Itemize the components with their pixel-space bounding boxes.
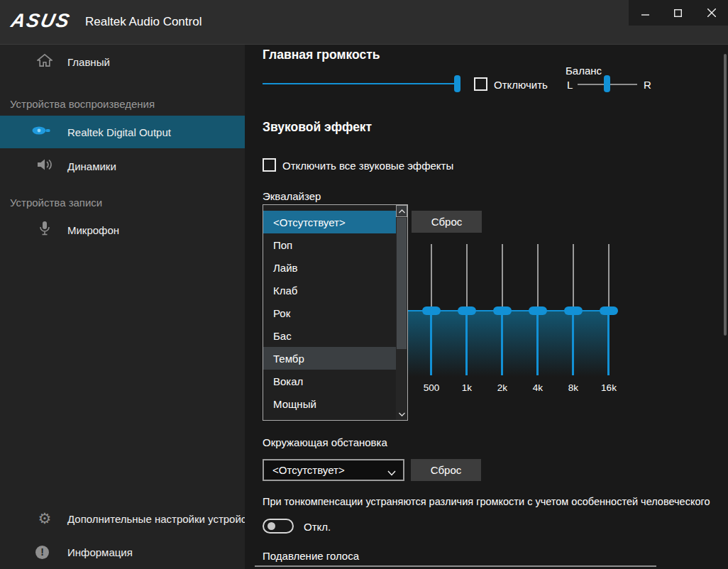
eq-band-label: 8k [556, 382, 591, 393]
section-divider [255, 565, 656, 567]
disable-all-effects-checkbox[interactable] [263, 158, 276, 172]
eq-band-label: 1k [449, 382, 485, 393]
loudness-toggle-label: Откл. [304, 521, 331, 533]
dropdown-scrollbar[interactable] [396, 205, 407, 420]
sidebar-item-microphone[interactable]: Микрофон [0, 217, 245, 243]
dropdown-item-club[interactable]: Клаб [263, 279, 396, 302]
eq-band-track [537, 244, 539, 308]
dropdown-item-none[interactable]: <Отсутствует> [263, 211, 396, 233]
eq-band-thumb-4k[interactable] [529, 306, 547, 315]
eq-band-label: 4k [520, 382, 556, 393]
eq-band-track-active [465, 315, 468, 375]
eq-band-thumb-1k[interactable] [458, 306, 476, 315]
dropdown-item-bass[interactable]: Бас [263, 324, 396, 347]
chevron-up-icon [399, 209, 405, 214]
loudness-description: При тонкомпенсации устраняются различия … [263, 496, 728, 507]
eq-band-thumb-500[interactable] [422, 306, 441, 315]
dropdown-scrollbar-thumb[interactable] [397, 218, 407, 349]
eq-band-track-active [430, 315, 432, 375]
eq-band-thumb-8k[interactable] [564, 306, 583, 315]
sidebar: Главный Устройства воспроизведения Realt… [0, 44, 245, 569]
window-controls [629, 0, 728, 26]
realtek-audio-control-window: ASUS Realtek Audio Control Главный Устро… [0, 0, 728, 569]
eq-band-label: 500 [414, 382, 449, 393]
chevron-down-icon [399, 412, 405, 416]
minimize-icon [641, 9, 649, 17]
info-icon: ! [35, 546, 54, 559]
eq-band-track [573, 244, 574, 308]
eq-band-thumb-2k[interactable] [493, 306, 512, 315]
eq-band-track [608, 244, 610, 308]
equalizer-fill-area [403, 311, 609, 377]
close-button[interactable] [700, 3, 724, 23]
eq-band-track-active [572, 315, 574, 375]
eq-band-track-active [536, 315, 539, 375]
scroll-down-button[interactable] [396, 408, 407, 420]
recording-devices-header: Устройства записи [10, 197, 102, 209]
eq-band-track-active [607, 315, 610, 375]
loudness-toggle[interactable] [263, 519, 294, 534]
sound-effect-title: Звуковой эффект [263, 120, 372, 135]
sidebar-item-label: Динамики [67, 160, 116, 172]
maximize-icon [674, 9, 682, 17]
environment-reset-button[interactable]: Сброс [411, 459, 481, 481]
dropdown-item-treble[interactable]: Тембр [263, 347, 396, 370]
mute-checkbox[interactable] [474, 77, 487, 91]
eq-band-label: 16k [591, 382, 627, 393]
sidebar-item-home[interactable]: Главный [0, 49, 245, 74]
minimize-button[interactable] [633, 3, 657, 23]
main-content: Главная громкость Отключить Баланс L R З… [245, 44, 728, 569]
master-volume-slider[interactable] [263, 83, 460, 84]
environment-combobox[interactable]: <Отсутствует> [263, 459, 404, 481]
sidebar-item-label: Главный [67, 56, 110, 68]
playback-devices-header: Устройства воспроизведения [10, 98, 155, 110]
sidebar-item-label: Дополнительные настройки устройства [67, 513, 263, 525]
sidebar-item-advanced-settings[interactable]: ⚙ Дополнительные настройки устройства [0, 506, 245, 531]
equalizer-reset-button[interactable]: Сброс [412, 211, 482, 233]
sidebar-item-label: Информация [67, 546, 133, 558]
disable-all-effects-label: Отключить все звуковые эффекты [282, 160, 453, 172]
eq-band-track [431, 244, 432, 308]
home-icon [35, 53, 54, 70]
dropdown-item-powerful[interactable]: Мощный [263, 392, 396, 415]
master-volume-slider-thumb[interactable] [454, 75, 460, 92]
asus-logo: ASUS [9, 10, 73, 32]
digital-output-icon [31, 125, 50, 139]
app-title: Realtek Audio Control [85, 15, 202, 29]
mute-label: Отключить [494, 79, 548, 91]
titlebar: ASUS Realtek Audio Control [0, 0, 728, 44]
eq-band-label: 2k [485, 382, 520, 393]
chevron-down-icon [387, 466, 396, 479]
sidebar-item-label: Микрофон [67, 224, 119, 236]
balance-right-label: R [644, 79, 651, 91]
environment-label: Окружающая обстановка [263, 436, 387, 448]
equalizer-label: Эквалайзер [263, 190, 321, 202]
sidebar-item-speakers[interactable]: Динамики [0, 153, 245, 179]
eq-band-track [466, 244, 468, 308]
eq-band-track [502, 244, 503, 308]
loudness-toggle-knob [268, 522, 275, 530]
dropdown-item-live[interactable]: Лайв [263, 256, 396, 279]
content-scrollbar-thumb[interactable] [724, 54, 727, 336]
speaker-icon [35, 158, 54, 175]
balance-slider-thumb[interactable] [604, 75, 610, 92]
sidebar-item-realtek-digital-output[interactable]: Realtek Digital Output [0, 116, 245, 148]
sidebar-item-label: Realtek Digital Output [67, 126, 171, 138]
environment-combobox-value: <Отсутствует> [272, 464, 345, 476]
scroll-up-button[interactable] [396, 205, 407, 217]
dropdown-item-vocal[interactable]: Вокал [263, 370, 396, 392]
dropdown-item-rock[interactable]: Рок [263, 302, 396, 324]
close-icon [707, 9, 716, 17]
equalizer-preset-dropdown: <Отсутствует> Поп Лайв Клаб Рок Бас Темб… [263, 204, 408, 421]
maximize-button[interactable] [666, 3, 690, 23]
gear-icon: ⚙ [35, 510, 54, 527]
eq-band-track-active [501, 315, 503, 375]
master-volume-title: Главная громкость [263, 48, 380, 62]
balance-left-label: L [567, 79, 573, 91]
dropdown-item-pop[interactable]: Поп [263, 233, 396, 256]
microphone-icon [35, 221, 54, 239]
voice-suppression-label: Подавление голоса [263, 550, 359, 562]
balance-label: Баланс [566, 65, 602, 77]
sidebar-item-information[interactable]: ! Информация [0, 539, 245, 565]
eq-band-thumb-16k[interactable] [600, 306, 618, 315]
